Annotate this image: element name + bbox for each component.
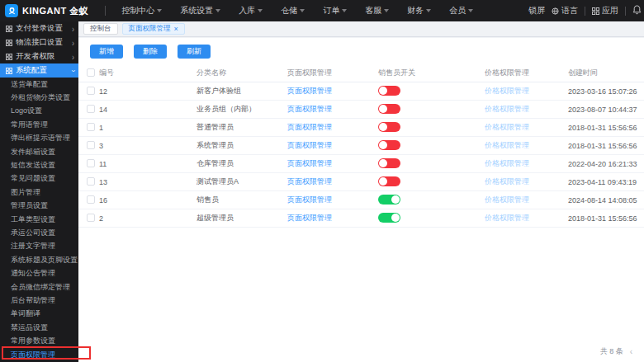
row-checkbox[interactable] [87,141,95,149]
sidebar-sub-item[interactable]: 常用参数设置 [0,334,78,347]
chevron-down-icon [342,9,347,12]
notification-button[interactable] [632,3,644,18]
row-checkbox[interactable] [87,123,95,131]
cell-created-time: 2023-04-11 09:43:19 [568,178,644,186]
row-checkbox[interactable] [87,214,95,222]
sidebar-sub-item[interactable]: 常见问题设置 [0,172,78,186]
sidebar-sub-item-label: 禁运品设置 [11,322,48,333]
page-permission-link[interactable]: 页面权限管理 [287,159,332,167]
sidebar-sub-item[interactable]: 通知公告管理 [0,266,78,280]
sidebar-sub-item[interactable]: 常用语管理 [0,118,78,131]
page-permission-link[interactable]: 页面权限管理 [287,105,332,113]
sidebar-sub-item[interactable]: 送货单配置 [0,78,78,91]
sidebar-sub-item[interactable]: 发件邮箱设置 [0,145,78,158]
row-checkbox[interactable] [87,159,95,167]
row-checkbox[interactable] [87,105,95,113]
sales-switch-toggle[interactable] [378,140,400,150]
sidebar-sub-item-label: Logo设置 [11,106,42,116]
brand[interactable]: KINGANT 金蚁 [0,4,97,17]
sidebar-sub-item[interactable]: Logo设置 [0,105,78,118]
select-all-checkbox[interactable] [87,68,95,77]
sales-switch-toggle[interactable] [378,213,400,223]
sidebar-sub-item[interactable]: 系统标题及页脚设置 [0,253,78,266]
menu-item[interactable]: 入库 [231,5,270,16]
price-permission-link[interactable]: 价格权限管理 [485,159,529,167]
sidebar-sub-item[interactable]: 注册文字管理 [0,240,78,253]
pagination-prev-icon[interactable]: ‹ [630,347,632,356]
brand-logo-icon [5,4,18,17]
menu-item[interactable]: 系统设置 [173,5,228,16]
cell-id: 14 [99,106,197,114]
menu-item[interactable]: 订单 [315,5,354,16]
price-permission-link[interactable]: 价格权限管理 [485,105,529,113]
menu-item[interactable]: 控制中心 [114,5,169,16]
sidebar-sub-item[interactable]: 后台帮助管理 [0,294,78,307]
row-checkbox[interactable] [87,87,95,95]
cell-created-time: 2023-03-16 15:07:26 [568,87,644,96]
page-permission-link[interactable]: 页面权限管理 [287,123,332,131]
sidebar-sub-item[interactable]: 管理员设置 [0,200,78,213]
apps-button[interactable]: 应用 [592,5,618,16]
add-button[interactable]: 新增 [90,45,123,59]
chevron-down-icon [468,9,473,12]
row-checkbox[interactable] [87,177,95,186]
chevron-right-icon: › [72,52,74,62]
page-permission-link[interactable]: 页面权限管理 [287,177,332,186]
sidebar-sub-item[interactable]: 短信发送设置 [0,158,78,172]
sidebar-sub-item[interactable]: 图片管理 [0,186,78,199]
menu-item[interactable]: 财务 [400,5,438,16]
menu-item[interactable]: 会员 [442,5,481,16]
sidebar-sub-item[interactable]: 会员微信绑定管理 [0,280,78,294]
sidebar-sub-item-label: 图片管理 [11,187,40,198]
price-permission-link[interactable]: 价格权限管理 [485,141,529,149]
sales-switch-toggle[interactable] [378,176,400,186]
price-permission-link[interactable]: 价格权限管理 [485,195,529,204]
sales-switch-toggle[interactable] [378,158,400,168]
delete-button[interactable]: 删除 [134,45,167,59]
page-permission-link[interactable]: 页面权限管理 [287,141,332,149]
sales-switch-toggle[interactable] [378,86,400,96]
page-tab[interactable]: 控制台 × [83,23,118,35]
price-permission-link[interactable]: 价格权限管理 [485,87,529,95]
cell-id: 2 [99,214,197,223]
close-icon[interactable]: × [174,26,178,33]
sidebar-sub-item[interactable]: 工单类型设置 [0,213,78,226]
grid-icon [6,40,12,46]
menu-item[interactable]: 仓储 [273,5,312,16]
sidebar-group-item[interactable]: 支付登录设置 › [0,21,78,35]
sidebar-sub-item[interactable]: 单词翻译 [0,308,78,321]
sidebar-group-item[interactable]: 系统配置 › [0,63,78,78]
row-checkbox[interactable] [87,195,95,204]
price-permission-link[interactable]: 价格权限管理 [485,123,529,131]
sales-switch-toggle[interactable] [378,195,400,205]
menu-item[interactable]: 客服 [358,5,396,16]
sidebar-sub-item-label: 工单类型设置 [11,214,55,225]
lock-screen-button[interactable]: 锁屏 [528,5,545,16]
page-permission-link[interactable]: 页面权限管理 [287,214,332,222]
refresh-button[interactable]: 刷新 [178,45,211,59]
price-permission-link[interactable]: 价格权限管理 [485,177,529,186]
chevron-right-icon: › [69,69,78,72]
sales-switch-toggle[interactable] [378,104,400,114]
sidebar-sub-item-label: 常用语管理 [11,120,48,130]
sidebar-group-item[interactable]: 物流接口设置 › [0,35,78,49]
sidebar-sub-item[interactable]: 弹出框提示语管理 [0,132,78,145]
sidebar-group-label: 支付登录设置 [16,23,69,34]
sidebar-sub-item[interactable]: 禁运品设置 [0,321,78,334]
page-permission-link[interactable]: 页面权限管理 [287,87,332,95]
sidebar-sub-item[interactable]: 外租货物分类设置 [0,91,78,104]
page-tab[interactable]: 页面权限管理 × [122,23,185,35]
header-created: 创建时间 [568,68,644,78]
sidebar-sub-item-label: 会员微信绑定管理 [11,282,70,293]
sidebar-sub-item[interactable]: 页面权限管理 [0,348,78,361]
sidebar-group-item[interactable]: 开发者权限 › [0,49,78,63]
chevron-down-icon [384,9,389,12]
page-permission-link[interactable]: 页面权限管理 [287,195,332,204]
sidebar-sub-item[interactable]: 承运公司设置 [0,226,78,239]
sales-switch-toggle[interactable] [378,122,400,132]
price-permission-link[interactable]: 价格权限管理 [485,214,529,222]
menu-item-label: 系统设置 [180,5,213,16]
toolbar: 新增 删除 刷新 [78,38,644,64]
cell-name: 销售员 [197,195,287,205]
language-button[interactable]: 语言 [552,5,578,16]
